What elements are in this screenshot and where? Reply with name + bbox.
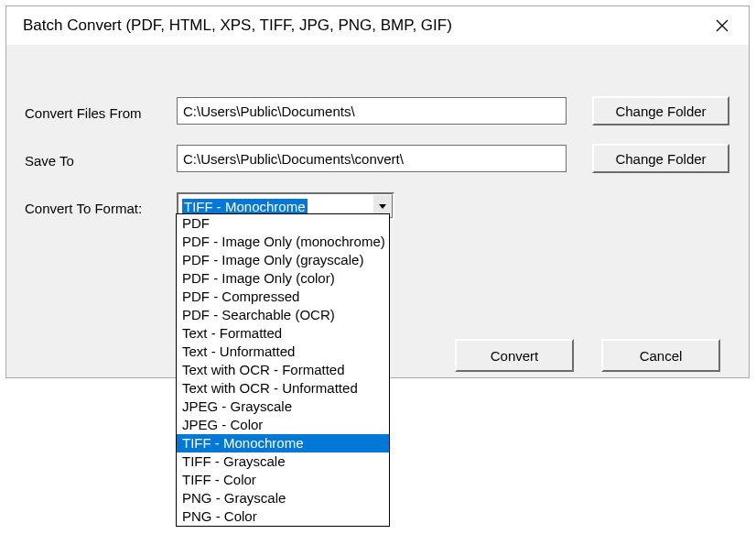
format-option[interactable]: JPEG - Color <box>177 416 389 434</box>
format-option[interactable]: TIFF - Grayscale <box>177 452 389 471</box>
titlebar: Batch Convert (PDF, HTML, XPS, TIFF, JPG… <box>6 6 749 45</box>
change-folder-from-button[interactable]: Change Folder <box>592 96 729 125</box>
format-label: Convert To Format: <box>25 201 142 216</box>
format-option[interactable]: PDF - Image Only (monochrome) <box>177 233 389 251</box>
format-option[interactable]: PDF <box>177 214 389 233</box>
convert-button[interactable]: Convert <box>455 339 574 372</box>
format-option[interactable]: JPEG - Grayscale <box>177 398 389 416</box>
format-option[interactable]: PDF - Image Only (color) <box>177 269 389 288</box>
format-option[interactable]: TIFF - Monochrome <box>177 434 389 452</box>
dialog-title: Batch Convert (PDF, HTML, XPS, TIFF, JPG… <box>23 16 452 35</box>
format-option[interactable]: PDF - Compressed <box>177 288 389 306</box>
format-label-row: Convert To Format: <box>25 194 142 222</box>
format-option[interactable]: PNG - Color <box>177 507 389 526</box>
change-folder-save-button[interactable]: Change Folder <box>592 144 729 173</box>
format-selected-text: TIFF - Monochrome <box>182 199 308 214</box>
from-label-row: Convert Files From <box>25 99 142 126</box>
format-option[interactable]: PDF - Searchable (OCR) <box>177 306 389 324</box>
format-dropdown-list[interactable]: PDFPDF - Image Only (monochrome)PDF - Im… <box>176 213 390 527</box>
svg-marker-2 <box>379 204 386 209</box>
cancel-button[interactable]: Cancel <box>601 339 720 372</box>
from-path-input[interactable] <box>177 97 567 125</box>
from-label: Convert Files From <box>25 105 142 121</box>
format-option[interactable]: TIFF - Color <box>177 471 389 489</box>
format-option[interactable]: Text - Formatted <box>177 324 389 343</box>
close-icon[interactable] <box>708 16 736 36</box>
format-option[interactable]: Text - Unformatted <box>177 343 389 361</box>
format-option[interactable]: Text with OCR - Unformatted <box>177 379 389 398</box>
save-path-input[interactable] <box>177 145 567 172</box>
format-option[interactable]: PNG - Grayscale <box>177 489 389 507</box>
format-option[interactable]: Text with OCR - Formatted <box>177 361 389 379</box>
save-label-row: Save To <box>25 147 74 174</box>
save-label: Save To <box>25 153 74 169</box>
format-option[interactable]: PDF - Image Only (grayscale) <box>177 251 389 269</box>
